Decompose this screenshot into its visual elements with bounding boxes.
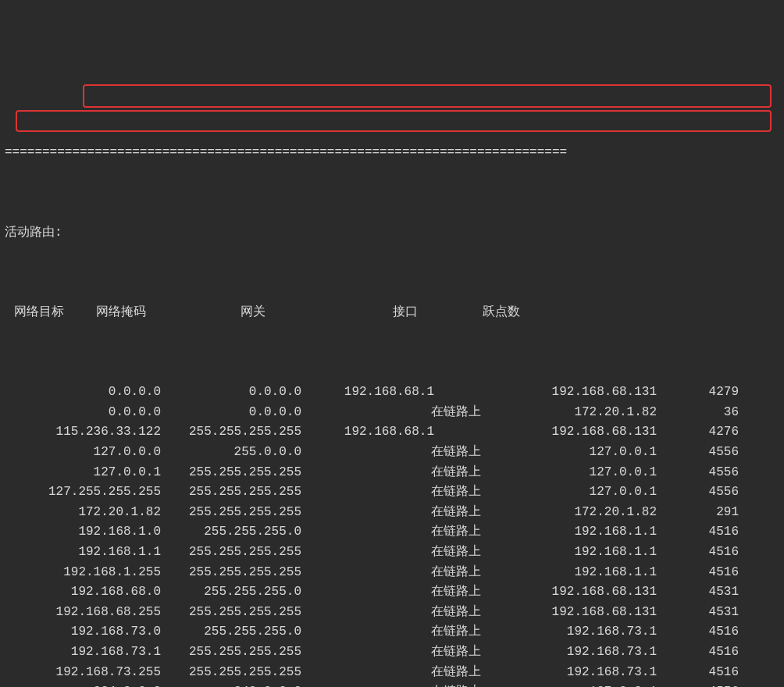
route-metric: 4516 [657, 522, 739, 543]
route-mask: 255.255.255.255 [161, 543, 301, 563]
route-dest: 192.168.73.255 [5, 663, 161, 683]
route-row: 192.168.1.0255.255.255.0在链路上192.168.1.14… [5, 522, 779, 543]
route-dest: 115.236.33.122 [5, 422, 161, 443]
route-gateway: 在链路上 [301, 443, 481, 463]
route-row: 192.168.73.0255.255.255.0在链路上192.168.73.… [5, 622, 779, 643]
route-dest: 127.255.255.255 [5, 482, 161, 503]
route-dest: 192.168.68.255 [5, 603, 161, 623]
route-mask: 255.255.255.0 [161, 522, 301, 543]
route-dest: 192.168.73.1 [5, 643, 161, 663]
route-row: 192.168.1.1255.255.255.255在链路上192.168.1.… [5, 543, 779, 563]
route-gateway: 在链路上 [301, 403, 481, 423]
route-dest: 0.0.0.0 [5, 383, 161, 403]
route-metric: 4516 [657, 622, 739, 643]
route-mask: 255.255.255.255 [161, 663, 301, 683]
route-row: 192.168.68.255255.255.255.255在链路上192.168… [5, 603, 779, 623]
route-metric: 4516 [657, 663, 739, 683]
route-interface: 172.20.1.82 [481, 403, 657, 423]
route-gateway: 在链路上 [301, 622, 481, 643]
route-interface: 192.168.1.1 [481, 563, 657, 583]
route-row: 172.20.1.82255.255.255.255在链路上172.20.1.8… [5, 503, 779, 523]
hdr-dest: 网络目标 [5, 303, 96, 323]
route-gateway: 在链路上 [301, 603, 481, 623]
route-interface: 192.168.73.1 [481, 663, 657, 683]
route-row: 192.168.68.0255.255.255.0在链路上192.168.68.… [5, 582, 779, 603]
route-mask: 255.255.255.0 [161, 582, 301, 603]
route-dest: 172.20.1.82 [5, 503, 161, 523]
hdr-interface: 接口 [393, 303, 483, 323]
route-metric: 4556 [657, 482, 739, 503]
route-gateway: 192.168.68.1 [301, 422, 434, 443]
route-metric: 4531 [657, 582, 739, 603]
route-dest: 127.0.0.1 [5, 463, 161, 483]
hdr-metric: 跃点数 [483, 303, 600, 323]
route-interface: 127.0.0.1 [481, 682, 657, 687]
route-gateway: 在链路上 [301, 482, 481, 503]
route-mask: 0.0.0.0 [161, 383, 301, 403]
route-gateway: 在链路上 [301, 643, 481, 663]
route-metric: 291 [657, 503, 739, 523]
route-metric: 4276 [657, 422, 739, 443]
route-row: 192.168.73.255255.255.255.255在链路上192.168… [5, 663, 779, 683]
highlight-row-1 [83, 84, 772, 108]
route-dest: 192.168.1.1 [5, 543, 161, 563]
route-interface: 127.0.0.1 [481, 443, 657, 463]
route-dest: 192.168.73.0 [5, 622, 161, 643]
route-dest: 224.0.0.0 [5, 682, 161, 687]
route-gateway: 在链路上 [301, 563, 481, 583]
route-metric: 4531 [657, 603, 739, 623]
route-mask: 240.0.0.0 [161, 682, 301, 687]
highlight-row-2 [16, 110, 772, 132]
route-metric: 4516 [657, 543, 739, 563]
route-dest: 0.0.0.0 [5, 403, 161, 423]
route-interface: 192.168.73.1 [481, 622, 657, 643]
route-mask: 255.255.255.255 [161, 503, 301, 523]
route-mask: 0.0.0.0 [161, 403, 301, 423]
route-gateway: 在链路上 [301, 463, 481, 483]
route-row: 192.168.73.1255.255.255.255在链路上192.168.7… [5, 643, 779, 663]
route-mask: 255.255.255.255 [161, 482, 301, 503]
route-gateway: 在链路上 [301, 663, 481, 683]
route-interface: 192.168.1.1 [481, 522, 657, 543]
route-row: 0.0.0.00.0.0.0在链路上172.20.1.8236 [5, 403, 779, 423]
route-interface: 127.0.0.1 [481, 463, 657, 483]
routes-body: 0.0.0.00.0.0.0192.168.68.1192.168.68.131… [5, 383, 779, 687]
route-gateway: 在链路上 [301, 682, 481, 687]
route-row: 192.168.1.255255.255.255.255在链路上192.168.… [5, 563, 779, 583]
route-gateway: 192.168.68.1 [301, 383, 434, 403]
route-metric: 36 [657, 403, 739, 423]
route-dest: 127.0.0.0 [5, 443, 161, 463]
route-row: 127.0.0.1255.255.255.255在链路上127.0.0.1455… [5, 463, 779, 483]
route-row: 127.255.255.255255.255.255.255在链路上127.0.… [5, 482, 779, 503]
route-interface: 192.168.68.131 [434, 422, 657, 443]
route-mask: 255.255.255.255 [161, 643, 301, 663]
separator-top: ========================================… [5, 143, 779, 163]
route-mask: 255.255.255.0 [161, 622, 301, 643]
route-metric: 4516 [657, 563, 739, 583]
route-interface: 192.168.68.131 [481, 603, 657, 623]
route-gateway: 在链路上 [301, 522, 481, 543]
route-interface: 127.0.0.1 [481, 482, 657, 503]
route-dest: 192.168.1.0 [5, 522, 161, 543]
hdr-gateway: 网关 [241, 303, 393, 323]
route-mask: 255.255.255.255 [161, 603, 301, 623]
route-metric: 4556 [657, 682, 739, 687]
route-mask: 255.255.255.255 [161, 463, 301, 483]
route-row: 0.0.0.00.0.0.0192.168.68.1192.168.68.131… [5, 383, 779, 403]
route-metric: 4556 [657, 443, 739, 463]
terminal-output: ========================================… [0, 0, 784, 687]
route-metric: 4516 [657, 643, 739, 663]
route-mask: 255.255.255.255 [161, 563, 301, 583]
route-mask: 255.0.0.0 [161, 443, 301, 463]
route-interface: 192.168.68.131 [481, 582, 657, 603]
route-gateway: 在链路上 [301, 543, 481, 563]
route-metric: 4279 [657, 383, 739, 403]
route-dest: 192.168.68.0 [5, 582, 161, 603]
route-interface: 172.20.1.82 [481, 503, 657, 523]
route-interface: 192.168.73.1 [481, 643, 657, 663]
route-gateway: 在链路上 [301, 503, 481, 523]
route-row: 224.0.0.0240.0.0.0在链路上127.0.0.14556 [5, 682, 779, 687]
route-metric: 4556 [657, 463, 739, 483]
route-row: 127.0.0.0255.0.0.0在链路上127.0.0.14556 [5, 443, 779, 463]
active-routes-label: 活动路由: [5, 223, 779, 244]
